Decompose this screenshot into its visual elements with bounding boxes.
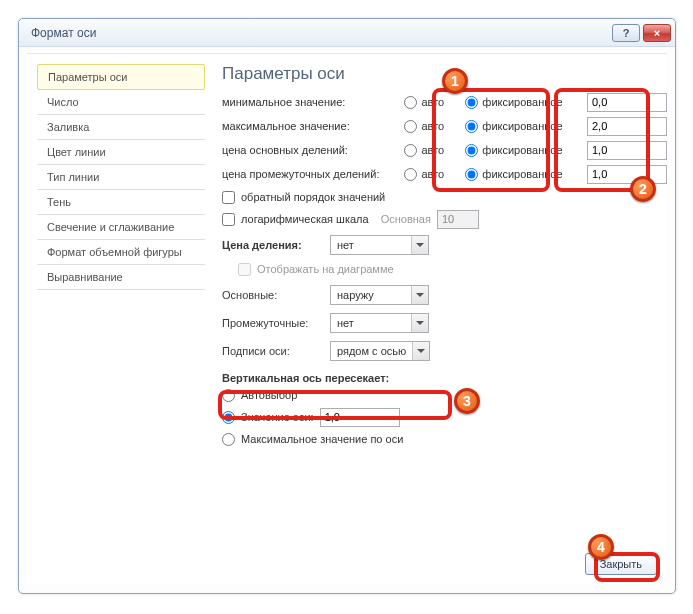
titlebar: Формат оси ? × [19,19,675,47]
sidebar-item-3d[interactable]: Формат объемной фигуры [37,240,205,265]
max-auto-radio[interactable] [404,120,417,133]
major-tick-label: Основные: [222,289,322,301]
marker-4: 4 [588,534,614,560]
min-value-input[interactable] [587,93,667,112]
row-min: минимальное значение: авто фиксированное [222,90,667,114]
major-tick-combo[interactable]: наружу [330,285,429,305]
sidebar-item-line-color[interactable]: Цвет линии [37,140,205,165]
min-label: минимальное значение: [222,96,398,108]
row-major: цена основных делений: авто фиксированно… [222,138,667,162]
unit-value: нет [331,239,411,251]
dialog-window: Формат оси ? × Параметры оси Число Залив… [18,18,676,594]
chevron-down-icon [411,286,428,304]
sidebar-item-number[interactable]: Число [37,90,205,115]
major-fixed-label: фиксированное [482,144,562,156]
minor-tick-value: нет [331,317,411,329]
sidebar-item-glow[interactable]: Свечение и сглаживание [37,215,205,240]
window-close-button[interactable]: × [643,24,671,42]
cross-auto-radio[interactable] [222,389,235,402]
sidebar-item-line-type[interactable]: Тип линии [37,165,205,190]
log-base-input [437,210,479,229]
minor-value-input[interactable] [587,165,667,184]
chevron-down-icon [412,342,429,360]
window-title: Формат оси [31,26,609,40]
ticklabels-label: Подписи оси: [222,345,322,357]
marker-1: 1 [442,68,468,94]
cross-max-row: Максимальное значение по оси [222,428,667,450]
cross-header: Вертикальная ось пересекает: [222,372,667,384]
major-value-input[interactable] [587,141,667,160]
unit-row: Цена деления: нет [222,232,667,258]
row-minor: цена промежуточных делений: авто фиксиро… [222,162,667,186]
ticklabels-combo[interactable]: рядом с осью [330,341,430,361]
major-unit-label: цена основных делений: [222,144,398,156]
minor-tick-combo[interactable]: нет [330,313,429,333]
min-fixed-radio[interactable] [465,96,478,109]
min-auto-radio[interactable] [404,96,417,109]
sidebar: Параметры оси Число Заливка Цвет линии Т… [37,64,205,290]
minor-auto-radio[interactable] [404,168,417,181]
sidebar-item-fill[interactable]: Заливка [37,115,205,140]
sidebar-item-align[interactable]: Выравнивание [37,265,205,290]
min-auto-label: авто [421,96,444,108]
major-fixed-radio[interactable] [465,144,478,157]
chevron-down-icon [411,236,428,254]
client-area: Параметры оси Число Заливка Цвет линии Т… [27,53,667,585]
max-value-input[interactable] [587,117,667,136]
show-on-chart-checkbox [238,263,251,276]
log-base-label: Основная [381,213,431,225]
show-on-chart-row: Отображать на диаграмме [238,258,667,280]
unit-label: Цена деления: [222,239,322,251]
ticklabels-row: Подписи оси: рядом с осью [222,338,667,364]
cross-max-label: Максимальное значение по оси [241,433,403,445]
reverse-row: обратный порядок значений [222,186,667,208]
help-button[interactable]: ? [612,24,640,42]
minor-tick-row: Промежуточные: нет [222,310,667,336]
show-on-chart-label: Отображать на диаграмме [257,263,394,275]
chevron-down-icon [411,314,428,332]
reverse-label: обратный порядок значений [241,191,385,203]
major-tick-row: Основные: наружу [222,282,667,308]
min-fixed-label: фиксированное [482,96,562,108]
ticklabels-value: рядом с осью [331,345,412,357]
cross-value-row: Значение оси: [222,406,667,428]
cross-value-radio[interactable] [222,411,235,424]
sidebar-item-axis-options[interactable]: Параметры оси [37,64,205,90]
max-label: максимальное значение: [222,120,398,132]
cross-value-label: Значение оси: [241,411,314,423]
minor-fixed-label: фиксированное [482,168,562,180]
cross-value-input[interactable] [320,408,400,427]
unit-combo[interactable]: нет [330,235,429,255]
max-auto-label: авто [421,120,444,132]
major-auto-label: авто [421,144,444,156]
cross-auto-row: Автовыбор [222,384,667,406]
minor-unit-label: цена промежуточных делений: [222,168,398,180]
minor-tick-label: Промежуточные: [222,317,322,329]
marker-3: 3 [454,388,480,414]
main-panel: Параметры оси минимальное значение: авто… [222,64,667,585]
major-auto-radio[interactable] [404,144,417,157]
log-row: логарифмическая шкала Основная [222,208,667,230]
max-fixed-label: фиксированное [482,120,562,132]
reverse-checkbox[interactable] [222,191,235,204]
major-tick-value: наружу [331,289,411,301]
log-label: логарифмическая шкала [241,213,369,225]
cross-max-radio[interactable] [222,433,235,446]
log-checkbox[interactable] [222,213,235,226]
marker-2: 2 [630,176,656,202]
row-max: максимальное значение: авто фиксированно… [222,114,667,138]
minor-auto-label: авто [421,168,444,180]
cross-auto-label: Автовыбор [241,389,297,401]
minor-fixed-radio[interactable] [465,168,478,181]
sidebar-item-shadow[interactable]: Тень [37,190,205,215]
max-fixed-radio[interactable] [465,120,478,133]
